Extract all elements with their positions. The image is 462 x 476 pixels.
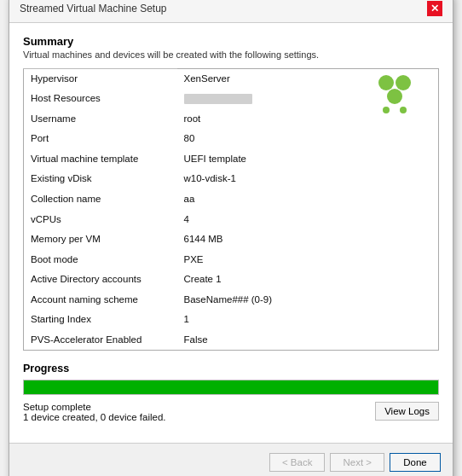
close-button[interactable]: ✕ — [427, 1, 442, 16]
row-key: Existing vDisk — [24, 169, 177, 189]
row-value: 6144 MB — [177, 229, 439, 250]
next-button[interactable]: Next > — [330, 453, 384, 472]
row-value: False — [177, 330, 439, 351]
row-value: UEFI template — [177, 149, 439, 170]
table-row: Memory per VM6144 MB — [24, 229, 439, 250]
table-row: Starting Index1 — [24, 310, 439, 330]
row-key: Starting Index — [24, 310, 177, 330]
row-value: w10-vdisk-1 — [177, 169, 439, 189]
content-area: Summary Virtual machines and devices wil… — [9, 23, 453, 444]
title-bar: Streamed Virtual Machine Setup ✕ — [9, 0, 453, 23]
summary-description: Virtual machines and devices will be cre… — [23, 49, 439, 60]
row-key: Host Resources — [24, 89, 177, 109]
row-value: 4 — [177, 210, 439, 230]
table-row: Active Directory accountsCreate 1 — [24, 270, 439, 290]
row-key: Hypervisor — [24, 68, 177, 89]
table-row: vCPUs4 — [24, 210, 439, 230]
table-row: Virtual machine templateUEFI template — [24, 149, 439, 170]
row-value: PXE — [177, 250, 439, 270]
footer: < Back Next > Done — [9, 443, 453, 476]
done-button[interactable]: Done — [390, 453, 441, 472]
progress-bar-fill — [24, 380, 438, 394]
dialog-title: Streamed Virtual Machine Setup — [20, 3, 167, 15]
table-row: Collection nameaa — [24, 189, 439, 210]
progress-section: Progress Setup complete 1 device created… — [23, 363, 439, 422]
row-key: Boot mode — [24, 250, 177, 270]
progress-label: Progress — [23, 363, 439, 374]
svg-point-4 — [400, 107, 407, 113]
svg-point-2 — [387, 89, 402, 104]
row-value: BaseName### (0-9) — [177, 290, 439, 311]
row-value: 1 — [177, 310, 439, 330]
row-key: Active Directory accounts — [24, 270, 177, 290]
row-key: Virtual machine template — [24, 149, 177, 170]
table-row: Existing vDiskw10-vdisk-1 — [24, 169, 439, 189]
row-key: Account naming scheme — [24, 290, 177, 311]
status-row: Setup complete 1 device created, 0 devic… — [23, 402, 439, 422]
row-value: Create 1 — [177, 270, 439, 290]
row-value: 80 — [177, 129, 439, 149]
back-button[interactable]: < Back — [269, 453, 325, 472]
row-key: PVS-Accelerator Enabled — [24, 330, 177, 351]
view-logs-button[interactable]: View Logs — [375, 402, 439, 421]
svg-point-3 — [383, 107, 390, 113]
row-key: Port — [24, 129, 177, 149]
row-key: Username — [24, 109, 177, 130]
table-row: Account naming schemeBaseName### (0-9) — [24, 290, 439, 311]
product-logo — [374, 73, 415, 116]
row-key: vCPUs — [24, 210, 177, 230]
status-line2: 1 device created, 0 device failed. — [23, 412, 166, 422]
row-value: aa — [177, 189, 439, 210]
dialog: Streamed Virtual Machine Setup ✕ Summary… — [9, 0, 453, 476]
row-key: Memory per VM — [24, 229, 177, 250]
host-resources-placeholder — [184, 94, 252, 104]
table-row: PVS-Accelerator EnabledFalse — [24, 330, 439, 351]
progress-bar-container — [23, 380, 439, 395]
table-row: Boot modePXE — [24, 250, 439, 270]
table-row: Port80 — [24, 129, 439, 149]
summary-heading: Summary — [23, 35, 439, 48]
header-area: Summary Virtual machines and devices wil… — [23, 35, 439, 60]
row-key: Collection name — [24, 189, 177, 210]
svg-point-1 — [396, 75, 411, 90]
status-line1: Setup complete — [23, 402, 166, 412]
status-text: Setup complete 1 device created, 0 devic… — [23, 402, 166, 422]
svg-point-0 — [378, 75, 394, 90]
